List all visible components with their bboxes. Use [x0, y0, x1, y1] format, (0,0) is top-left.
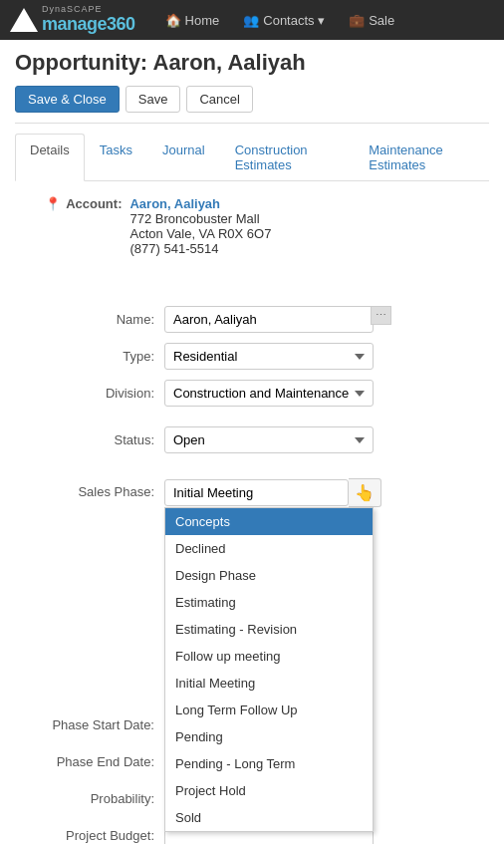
dropdown-item-initial-meeting[interactable]: Initial Meeting	[165, 670, 373, 697]
dropdown-item-sold[interactable]: Sold	[165, 804, 373, 831]
division-label: Division:	[35, 386, 164, 401]
dropdown-item-estimating-revision[interactable]: Estimating - Revision	[165, 616, 373, 643]
sales-icon: 💼	[349, 13, 365, 28]
status-select[interactable]: Open Closed Lost	[164, 426, 374, 453]
tab-details[interactable]: Details	[15, 134, 85, 181]
sales-phase-dropdown-container: 👆 Concepts Declined Design Phase Estimat…	[164, 478, 381, 507]
account-name[interactable]: Aaron, Aaliyah	[129, 196, 271, 211]
dropdown-item-design-phase[interactable]: Design Phase	[165, 562, 373, 589]
page-title: Opportunity: Aaron, Aaliyah	[15, 50, 489, 76]
brand-name: manage360	[42, 15, 135, 35]
division-select[interactable]: Construction and Maintenance Constructio…	[164, 380, 374, 407]
dropdown-item-pending-long-term[interactable]: Pending - Long Term	[165, 750, 373, 777]
name-input-wrapper: ⋯	[164, 306, 374, 333]
tab-construction-estimates[interactable]: Construction Estimates	[220, 134, 355, 181]
phase-end-label: Phase End Date:	[35, 754, 164, 769]
top-navigation: DynaSCAPE manage360 🏠 Home 👥 Contacts ▾ …	[0, 0, 504, 40]
dropdown-item-long-term-follow-up[interactable]: Long Term Follow Up	[165, 697, 373, 723]
sales-phase-dropdown-list: Concepts Declined Design Phase Estimatin…	[164, 507, 374, 832]
account-address2: Acton Vale, VA R0X 6O7	[129, 226, 271, 241]
form-section: Name: ⋯ Type: Residential Commercial Ind…	[15, 306, 489, 844]
type-row: Type: Residential Commercial Industrial	[35, 343, 489, 370]
name-label: Name:	[35, 312, 164, 327]
page-content: Opportunity: Aaron, Aaliyah Save & Close…	[0, 40, 504, 844]
nav-sales[interactable]: 💼 Sale	[339, 0, 404, 40]
dropdown-item-project-hold[interactable]: Project Hold	[165, 777, 373, 804]
save-button[interactable]: Save	[126, 86, 181, 113]
nav-contacts[interactable]: 👥 Contacts ▾	[233, 0, 335, 40]
dropdown-item-follow-up[interactable]: Follow up meeting	[165, 643, 373, 670]
account-section: 📍 Account: Aaron, Aaliyah 772 Broncobust…	[15, 196, 489, 256]
sales-phase-input[interactable]	[164, 479, 349, 506]
status-row: Status: Open Closed Lost	[35, 426, 489, 453]
contacts-icon: 👥	[243, 13, 259, 28]
probability-label: Probability:	[35, 791, 164, 806]
name-expand-button[interactable]: ⋯	[371, 306, 391, 325]
type-label: Type:	[35, 349, 164, 364]
location-icon: 📍	[45, 196, 61, 211]
name-row: Name: ⋯	[35, 306, 489, 333]
logo-triangle-icon	[10, 8, 38, 32]
cancel-button[interactable]: Cancel	[186, 86, 252, 113]
name-input[interactable]	[164, 306, 374, 333]
cursor-emoji: 👆	[355, 484, 375, 501]
tab-maintenance-estimates[interactable]: Maintenance Estimates	[354, 134, 489, 181]
logo-area: DynaSCAPE manage360	[10, 5, 135, 35]
sales-phase-row: Sales Phase: 👆 Concepts Declined Design …	[35, 478, 489, 507]
toolbar: Save & Close Save Cancel	[15, 86, 489, 124]
tab-journal[interactable]: Journal	[147, 134, 220, 181]
nav-links: 🏠 Home 👥 Contacts ▾ 💼 Sale	[155, 0, 405, 40]
account-label: 📍 Account:	[45, 196, 129, 256]
account-info: Aaron, Aaliyah 772 Broncobuster Mall Act…	[129, 196, 271, 256]
tabs-bar: Details Tasks Journal Construction Estim…	[15, 134, 489, 181]
division-row: Division: Construction and Maintenance C…	[35, 380, 489, 407]
home-icon: 🏠	[165, 13, 181, 28]
sales-phase-label: Sales Phase:	[35, 478, 164, 499]
save-close-button[interactable]: Save & Close	[15, 86, 120, 113]
dropdown-item-concepts[interactable]: Concepts	[165, 508, 373, 535]
project-budget-label: Project Budget:	[35, 828, 164, 843]
account-address1: 772 Broncobuster Mall	[129, 211, 271, 226]
status-label: Status:	[35, 432, 164, 447]
tab-tasks[interactable]: Tasks	[85, 134, 147, 181]
account-phone: (877) 541-5514	[129, 241, 271, 256]
type-select[interactable]: Residential Commercial Industrial	[164, 343, 374, 370]
dropdown-item-declined[interactable]: Declined	[165, 535, 373, 562]
nav-home[interactable]: 🏠 Home	[155, 0, 230, 40]
sales-phase-input-row: 👆	[164, 478, 381, 507]
dropdown-item-pending[interactable]: Pending	[165, 723, 373, 750]
phase-start-label: Phase Start Date:	[35, 717, 164, 732]
sales-phase-dropdown-btn[interactable]: 👆	[349, 478, 381, 507]
dropdown-item-estimating[interactable]: Estimating	[165, 589, 373, 616]
